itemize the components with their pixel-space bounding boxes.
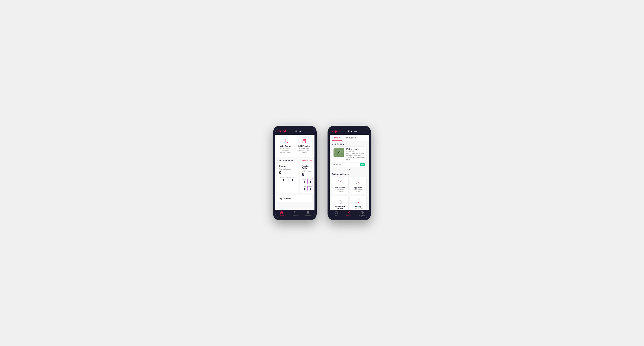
favourite-star-icon[interactable]: ☆ — [363, 148, 365, 151]
skill-around-green[interactable]: Around The Green Hone your short game — [332, 196, 348, 210]
svg-point-38 — [359, 198, 360, 199]
view-activity-link[interactable]: View Activity — [302, 160, 312, 162]
add-practice-title: Add Practice — [298, 145, 310, 147]
nav-home[interactable]: Home — [276, 211, 288, 217]
skill-approach[interactable]: Approach Dial-in to hit the green — [350, 176, 367, 194]
off-the-tee-icon — [336, 178, 344, 186]
around-green-icon — [336, 197, 344, 205]
around-green-name: Around The Green — [334, 205, 346, 209]
off-the-tee-name: Off The Tee — [335, 186, 345, 188]
practice-drills-card: Practice Drills Drills Capture 8 OTT 0 A… — [300, 163, 314, 193]
app-logo: clippd — [278, 130, 286, 133]
app-header-practice: clippd Practice ≡ — [330, 128, 369, 135]
nav-capture-label-practice: Capture — [359, 215, 365, 217]
svg-point-36 — [358, 199, 358, 200]
add-round-desc: Record your shots in fast or enhanced mo… — [279, 148, 292, 154]
quick-actions: Add Round Record your shots in fast or e… — [276, 135, 314, 157]
dot-2 — [349, 169, 350, 170]
add-practice-desc: Capture your practice off-the-course — [297, 148, 311, 154]
nav-home-label-practice: Home — [334, 215, 338, 217]
practice-content: Most Popular — [330, 141, 369, 210]
nav-activities-practice[interactable]: Activities — [343, 211, 356, 217]
practice-value: 0 — [290, 178, 296, 181]
stats-container: Rounds Rounds Capture 0 Tournament 0 Pra… — [276, 163, 314, 195]
svg-point-24 — [357, 182, 358, 183]
rounds-title: Rounds — [279, 165, 296, 167]
tournament-value: 0 — [280, 178, 288, 181]
svg-point-25 — [358, 182, 358, 182]
nav-activities-label-practice: Activities — [346, 215, 352, 217]
phone-practice: clippd Practice ≡ Drills Favourites Most… — [328, 126, 371, 220]
app-logo-practice: clippd — [332, 130, 340, 133]
rounds-sub-grid: Tournament 0 Practice 0 — [279, 176, 296, 182]
drills-capture-label: Drills Capture — [302, 170, 313, 172]
home-nav-icon — [280, 211, 284, 215]
page-title-practice: Practice — [348, 130, 357, 133]
approach-name: Approach — [354, 186, 362, 188]
nav-capture-home[interactable]: Capture — [302, 211, 314, 217]
nav-home-label: Home — [280, 215, 284, 217]
page-title-home: Home — [295, 130, 301, 133]
tournament-stat: Tournament 0 — [279, 176, 288, 182]
drill-yardage: 50–100 yds — [346, 150, 360, 152]
bottom-nav-home: Home Activities — [276, 210, 314, 218]
phone-home: clippd Home ≡ Add Round Record your — [273, 126, 317, 220]
drill-name: Wedge Ladder — [346, 148, 360, 150]
drill-thumbnail — [334, 148, 344, 157]
svg-point-34 — [358, 202, 359, 203]
nav-activities-home[interactable]: Activities — [288, 211, 302, 217]
off-the-tee-desc: Power and accuracy — [334, 189, 346, 192]
nav-capture-label: Capture — [305, 215, 311, 217]
drills-sub-grid: OTT 0 APP 4 ARG 0 PUTT 4 — [302, 178, 313, 191]
add-round-icon — [283, 139, 288, 144]
bottom-nav-practice: Home Activities — [330, 210, 369, 218]
drills-title: Practice Drills — [302, 165, 313, 169]
menu-icon[interactable]: ≡ — [310, 130, 312, 133]
rounds-card: Rounds Rounds Capture 0 Tournament 0 Pra… — [277, 163, 298, 193]
nav-capture-practice[interactable]: Capture — [356, 211, 369, 217]
tournament-label: Tournament — [280, 177, 288, 178]
tabs-bar: Drills Favourites — [330, 135, 369, 141]
drills-value: 8 — [302, 173, 313, 177]
drill-category-badge: APP — [360, 164, 365, 166]
explore-title: Explore skill areas — [332, 173, 367, 175]
home-nav-icon-practice — [334, 211, 338, 215]
svg-point-30 — [340, 203, 340, 204]
skill-off-the-tee[interactable]: Off The Tee Power and accuracy — [332, 176, 348, 194]
add-practice-card[interactable]: + Add Practice Capture your practice off… — [296, 137, 313, 156]
app-stat: APP 4 — [308, 178, 313, 184]
carousel-dots — [332, 168, 367, 171]
tab-drills[interactable]: Drills — [332, 135, 342, 141]
svg-marker-2 — [285, 139, 286, 140]
svg-point-23 — [356, 183, 357, 183]
skill-grid: Off The Tee Power and accuracy — [332, 176, 367, 210]
drill-card-body: Wedge Ladder 50–100 yds ☆ Play 1 shot at… — [332, 147, 366, 163]
skill-putting[interactable]: Putting Make and lag practice — [350, 196, 367, 210]
capture-nav-icon-practice — [361, 211, 364, 215]
most-popular-title: Most Popular — [332, 143, 367, 145]
tab-favourites[interactable]: Favourites — [342, 135, 358, 141]
rounds-value: 0 — [279, 170, 296, 175]
activities-nav-icon-practice — [348, 211, 351, 215]
golf-bag-label: My Golf Bag — [280, 197, 291, 200]
golf-bag-row[interactable]: My Golf Bag › — [277, 195, 313, 202]
drill-card-wedge-ladder[interactable]: Wedge Ladder 50–100 yds ☆ Play 1 shot at… — [332, 147, 367, 167]
drill-info: Wedge Ladder 50–100 yds ☆ Play 1 shot at… — [346, 148, 365, 161]
nav-home-practice[interactable]: Home — [330, 211, 343, 217]
dot-1 — [347, 169, 348, 170]
explore-section: Explore skill areas — [330, 172, 369, 210]
menu-icon-practice[interactable]: ≡ — [365, 130, 366, 133]
rounds-capture-label: Rounds Capture — [279, 168, 296, 170]
svg-point-35 — [358, 200, 358, 201]
dot-3 — [350, 169, 351, 170]
nav-activities-label: Activities — [292, 215, 298, 217]
app-header-home: clippd Home ≡ — [276, 128, 314, 135]
activities-nav-icon — [293, 211, 296, 215]
putting-desc: Make and lag practice — [352, 208, 365, 210]
activity-section-header: Last 3 Months View Activity — [276, 157, 314, 163]
chevron-right-icon: › — [310, 197, 310, 200]
add-round-title: Add Round — [280, 145, 291, 147]
putt-stat: PUTT 4 — [308, 185, 313, 191]
add-round-card[interactable]: Add Round Record your shots in fast or e… — [277, 137, 294, 156]
home-content: Add Round Record your shots in fast or e… — [276, 135, 314, 210]
